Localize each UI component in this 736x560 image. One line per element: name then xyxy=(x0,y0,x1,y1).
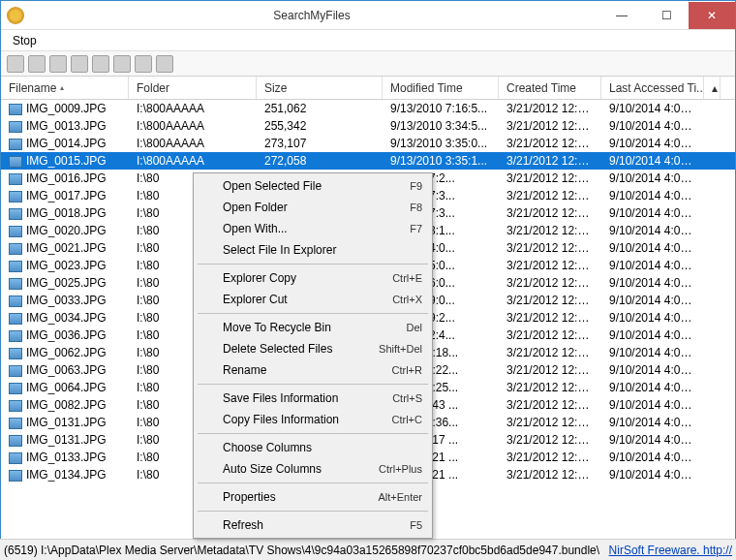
context-menu-item[interactable]: Choose Columns xyxy=(196,437,430,458)
menu-stop[interactable]: Stop xyxy=(7,32,43,49)
table-row[interactable]: IMG_0009.JPGI:\800AAAAA251,0629/13/2010 … xyxy=(1,100,735,117)
toolbar-icon-5[interactable] xyxy=(92,55,109,73)
context-menu-label: Rename xyxy=(223,363,392,377)
context-menu-shortcut: Ctrl+R xyxy=(392,364,422,376)
context-menu-item[interactable]: RefreshF5 xyxy=(196,514,430,536)
app-icon xyxy=(7,7,24,24)
table-header: Filename▴ Folder Size Modified Time Crea… xyxy=(1,77,735,100)
titlebar: SearchMyFiles — ☐ ✕ xyxy=(1,1,735,30)
context-menu-item[interactable]: Delete Selected FilesShift+Del xyxy=(196,338,430,359)
minimize-button[interactable]: — xyxy=(599,2,644,29)
table-row[interactable]: IMG_0015.JPGI:\800AAAAA272,0589/13/2010 … xyxy=(1,152,735,170)
context-menu-item[interactable]: PropertiesAlt+Enter xyxy=(196,486,430,508)
context-menu-item[interactable]: Auto Size ColumnsCtrl+Plus xyxy=(196,458,430,480)
context-menu-label: Choose Columns xyxy=(223,441,422,454)
file-icon xyxy=(9,330,22,342)
context-menu-shortcut: Ctrl+E xyxy=(392,272,422,284)
context-menu-shortcut: F9 xyxy=(410,180,422,192)
toolbar-icon-8[interactable] xyxy=(156,55,173,73)
context-menu-label: Open Selected File xyxy=(223,179,410,193)
context-menu-label: Auto Size Columns xyxy=(223,462,379,476)
context-menu-label: Select File In Explorer xyxy=(223,243,422,257)
table-row[interactable]: IMG_0013.JPGI:\800AAAAA255,3429/13/2010 … xyxy=(1,117,735,135)
file-icon xyxy=(9,226,22,237)
status-link[interactable]: NirSoft Freeware. http:// xyxy=(609,544,732,557)
close-button[interactable]: ✕ xyxy=(689,2,735,29)
file-icon xyxy=(9,418,22,429)
file-icon xyxy=(9,104,22,115)
context-menu-item[interactable]: Move To Recycle BinDel xyxy=(196,317,430,338)
toolbar-icon-2[interactable] xyxy=(28,55,46,73)
context-menu-separator xyxy=(198,384,428,385)
col-size[interactable]: Size xyxy=(257,77,383,99)
file-icon xyxy=(9,452,22,464)
context-menu-label: Move To Recycle Bin xyxy=(223,321,406,334)
sort-asc-icon: ▴ xyxy=(60,83,64,92)
context-menu-separator xyxy=(198,264,428,264)
file-icon xyxy=(9,470,22,482)
context-menu-shortcut: F5 xyxy=(410,519,422,531)
col-scrollbar-head: ▴ xyxy=(704,77,721,99)
context-menu-separator xyxy=(198,511,428,512)
context-menu-label: Explorer Copy xyxy=(223,271,392,285)
col-accessed[interactable]: Last Accessed Ti... xyxy=(601,77,704,99)
file-icon xyxy=(9,313,22,325)
context-menu-shortcut: Del xyxy=(406,322,422,333)
context-menu-shortcut: Ctrl+Plus xyxy=(379,463,422,475)
col-filename[interactable]: Filename▴ xyxy=(1,77,129,99)
col-folder[interactable]: Folder xyxy=(129,77,257,99)
toolbar-icon-4[interactable] xyxy=(71,55,88,73)
col-created[interactable]: Created Time xyxy=(499,77,601,99)
context-menu-shortcut: F8 xyxy=(410,202,422,213)
context-menu-label: Delete Selected Files xyxy=(223,342,379,356)
context-menu-item[interactable]: Explorer CutCtrl+X xyxy=(196,289,430,310)
table-row[interactable]: IMG_0014.JPGI:\800AAAAA273,1079/13/2010 … xyxy=(1,135,735,152)
file-icon xyxy=(9,365,22,377)
context-menu-shortcut: Shift+Del xyxy=(379,343,422,355)
file-icon xyxy=(9,435,22,447)
context-menu-separator xyxy=(198,313,428,314)
file-icon xyxy=(9,173,22,185)
context-menu-shortcut: Ctrl+X xyxy=(392,294,422,305)
context-menu-label: Copy Files Information xyxy=(223,413,392,426)
file-icon xyxy=(9,208,22,220)
toolbar-icon-3[interactable] xyxy=(49,55,67,73)
file-icon xyxy=(9,261,22,272)
context-menu-label: Refresh xyxy=(223,518,410,532)
context-menu-shortcut: Ctrl+C xyxy=(392,414,422,425)
toolbar-icon-6[interactable] xyxy=(113,55,131,73)
context-menu-item[interactable]: RenameCtrl+R xyxy=(196,359,430,381)
context-menu-item[interactable]: Copy Files InformationCtrl+C xyxy=(196,409,430,430)
file-icon xyxy=(9,296,22,307)
file-icon xyxy=(9,121,22,133)
toolbar-icon-1[interactable] xyxy=(7,55,24,73)
file-icon xyxy=(9,278,22,290)
file-icon xyxy=(9,243,22,255)
context-menu-item[interactable]: Explorer CopyCtrl+E xyxy=(196,267,430,289)
toolbar xyxy=(1,51,735,77)
context-menu-separator xyxy=(198,482,428,483)
status-path: (6519) I:\AppData\Plex Media Server\Meta… xyxy=(4,544,609,557)
toolbar-icon-7[interactable] xyxy=(135,55,152,73)
file-icon xyxy=(9,383,22,394)
file-icon xyxy=(9,400,22,412)
col-modified[interactable]: Modified Time xyxy=(383,77,499,99)
context-menu-label: Explorer Cut xyxy=(223,293,392,306)
context-menu-shortcut: Alt+Enter xyxy=(378,491,422,503)
context-menu-item[interactable]: Select File In Explorer xyxy=(196,239,430,261)
maximize-button[interactable]: ☐ xyxy=(644,2,689,29)
context-menu-item[interactable]: Open FolderF8 xyxy=(196,197,430,218)
context-menu-item[interactable]: Save Files InformationCtrl+S xyxy=(196,388,430,409)
file-icon xyxy=(9,156,22,168)
window-title: SearchMyFiles xyxy=(24,9,599,22)
context-menu-item[interactable]: Open With...F7 xyxy=(196,218,430,239)
context-menu-label: Save Files Information xyxy=(223,391,392,405)
context-menu-item[interactable]: Open Selected FileF9 xyxy=(196,175,430,197)
context-menu-separator xyxy=(198,433,428,434)
context-menu[interactable]: Open Selected FileF9Open FolderF8Open Wi… xyxy=(193,172,433,539)
context-menu-label: Open With... xyxy=(223,222,410,235)
context-menu-label: Open Folder xyxy=(223,201,410,214)
context-menu-label: Properties xyxy=(223,490,378,504)
context-menu-shortcut: F7 xyxy=(410,223,422,234)
context-menu-shortcut: Ctrl+S xyxy=(392,392,422,404)
